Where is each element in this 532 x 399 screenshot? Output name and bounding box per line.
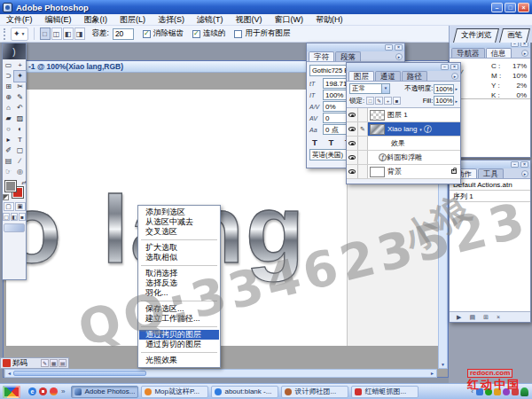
type-tool[interactable]: T (14, 135, 26, 145)
minimize-button[interactable]: – (491, 3, 503, 12)
menu-item[interactable]: 帮助(H) (309, 14, 349, 26)
eyedropper-tool[interactable]: ∕ (14, 156, 26, 167)
ime-button[interactable]: ✎ (41, 359, 49, 367)
quick-launch-icon[interactable] (50, 387, 58, 395)
tab[interactable]: 通道 (375, 71, 401, 81)
tab[interactable]: 工具 (478, 168, 504, 178)
shape-tool[interactable]: ▢ (14, 145, 26, 156)
layer-visibility-toggle[interactable] (347, 151, 358, 164)
slice-tool[interactable]: ✂ (14, 82, 26, 92)
tool-preset-picker[interactable]: ✦ ▼ (11, 27, 28, 41)
start-button[interactable] (3, 386, 20, 398)
context-menu-item[interactable]: 取消选择 (139, 269, 219, 278)
palette-well-tab[interactable]: 文件浏览 (453, 28, 499, 43)
context-menu-item[interactable]: 扩大选取 (139, 243, 219, 253)
layer-row[interactable]: 效果 (347, 137, 460, 151)
layer-row[interactable]: 图层 1 (347, 108, 460, 122)
hand-tool[interactable]: ☞ (3, 167, 14, 177)
lock-transparent-pixels-button[interactable]: □ (366, 97, 374, 105)
context-menu-item[interactable] (141, 326, 217, 327)
taskbar-button[interactable]: 设计师社团... (281, 386, 348, 398)
gradient-tool[interactable]: ▨ (14, 113, 26, 124)
collapse-effects-icon[interactable]: ▾ (419, 127, 422, 132)
menu-item[interactable]: 视图(V) (230, 14, 269, 26)
maximize-button[interactable]: □ (505, 3, 516, 12)
options-checkbox[interactable]: ✓ 连续的 (192, 28, 226, 39)
ime-button[interactable]: ▦ (50, 359, 58, 367)
new-set-button[interactable]: ▤ (469, 314, 475, 320)
options-bar-grip[interactable] (4, 28, 6, 40)
new-selection-mode-button[interactable]: □ (40, 27, 51, 40)
taskbar-button[interactable]: 红蜻蜓抓图... (351, 386, 419, 398)
lasso-tool[interactable]: ⊃ (3, 71, 14, 82)
layer-row[interactable]: ✎ Xiao lang ▾ ƒ (347, 122, 460, 137)
jump-to-imageready-button[interactable] (4, 223, 25, 232)
panel-close-button[interactable]: × (395, 44, 403, 51)
menu-item[interactable]: 图层(L) (113, 14, 152, 26)
options-checkbox[interactable]: ✓ 消除锯齿 (143, 28, 184, 39)
fill-input[interactable]: 100% (434, 96, 454, 106)
layer-visibility-toggle[interactable] (347, 165, 358, 178)
intersect-selection-mode-button[interactable]: ◨ (74, 27, 85, 40)
quick-mask-mode-button[interactable]: ▣ (15, 202, 26, 211)
panel-minimize-button[interactable]: – (441, 64, 449, 70)
menu-item[interactable]: 文件(F) (0, 14, 39, 26)
menu-item[interactable]: 编辑(E) (39, 14, 78, 26)
quick-launch-icon[interactable] (39, 387, 47, 395)
tab[interactable]: 图层 (348, 71, 374, 81)
palette-well-tab[interactable]: 画笔 (499, 28, 530, 43)
menu-item[interactable]: 图象(I) (78, 14, 114, 26)
default-colors-icon[interactable] (3, 194, 9, 200)
blend-mode-select[interactable]: 正常 ▼ (349, 83, 390, 94)
spinner-icon[interactable]: ▸ (455, 86, 458, 91)
pen-tool[interactable]: ✐ (3, 145, 14, 156)
scroll-left-icon[interactable]: ◄ (7, 371, 12, 376)
context-menu-item[interactable] (141, 352, 217, 353)
context-menu-item[interactable]: 选取相似 (139, 253, 219, 262)
panel-menu-button[interactable]: ▸ (521, 50, 528, 57)
ime-button[interactable]: ▤ (59, 359, 66, 367)
tab[interactable]: 字符 (309, 51, 334, 61)
crop-tool[interactable]: ⊞ (3, 82, 14, 92)
horizontal-scroll-thumb[interactable] (13, 371, 146, 376)
close-button[interactable]: × (518, 3, 529, 12)
foreground-color-swatch[interactable] (5, 181, 16, 192)
taskbar-button[interactable]: about:blank -... (211, 386, 278, 398)
context-menu-item[interactable]: 羽化... (139, 288, 219, 298)
context-menu-item[interactable]: 通过剪切的图层 (139, 340, 219, 349)
dodge-tool[interactable]: ◐ (14, 124, 26, 135)
context-menu-item[interactable]: 光照效果 (139, 356, 219, 365)
context-menu-item[interactable]: 建立工作路径... (139, 314, 219, 324)
menu-item[interactable]: 滤镜(T) (191, 14, 230, 26)
layer-visibility-toggle[interactable] (347, 108, 358, 121)
brush-tool[interactable]: ✎ (14, 92, 26, 103)
lock-all-button[interactable]: ■ (393, 97, 401, 105)
quick-launch-overflow-chevron[interactable]: » (61, 387, 65, 395)
context-menu-item[interactable]: 从选区中减去 (139, 217, 219, 227)
tray-icon[interactable] (520, 387, 528, 396)
context-menu-item[interactable]: 交叉选区 (139, 227, 219, 237)
context-menu-item[interactable]: 保存选区... (139, 304, 219, 314)
zoom-tool[interactable]: ◎ (14, 167, 26, 177)
context-menu-item[interactable] (141, 301, 217, 301)
tolerance-input[interactable] (113, 28, 134, 40)
panel-minimize-button[interactable]: – (511, 161, 519, 168)
tab[interactable]: 信息 (486, 48, 512, 58)
tab[interactable]: 段落 (335, 51, 361, 61)
horizontal-scrollbar[interactable]: ◄ ► (4, 369, 437, 378)
lock-position-button[interactable]: + (384, 97, 392, 105)
context-menu-item[interactable]: 选择反选 (139, 278, 219, 288)
notes-tool[interactable]: ▤ (3, 156, 14, 167)
subtract-from-selection-mode-button[interactable]: ◧ (63, 27, 74, 40)
taskbar-button[interactable]: Adobe Photos... (71, 386, 138, 398)
fullscreen-with-menubar-button[interactable]: ◧ (11, 213, 18, 221)
layer-visibility-toggle[interactable] (347, 122, 358, 136)
panel-close-button[interactable]: × (520, 161, 528, 168)
panel-menu-button[interactable]: ▸ (395, 53, 403, 60)
standard-screen-mode-button[interactable]: ▢ (3, 213, 10, 221)
context-menu-item[interactable] (141, 265, 217, 266)
fullscreen-mode-button[interactable]: ■ (19, 213, 26, 221)
context-menu-item[interactable]: 添加到选区 (139, 207, 219, 217)
scroll-right-icon[interactable]: ► (430, 371, 434, 376)
add-to-selection-mode-button[interactable]: ◫ (51, 27, 62, 40)
